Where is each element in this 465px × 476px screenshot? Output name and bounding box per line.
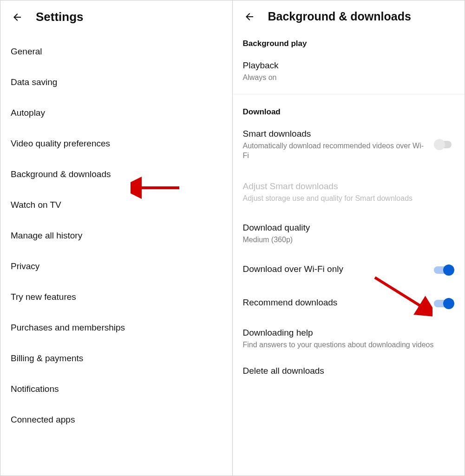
- arrow-left-icon: [12, 12, 23, 23]
- settings-panel: Settings General Data saving Autoplay Vi…: [0, 0, 233, 476]
- background-downloads-header: Background & downloads: [233, 0, 465, 29]
- delete-all-downloads-item[interactable]: Delete all downloads: [233, 358, 465, 386]
- back-button[interactable]: [12, 12, 23, 23]
- section-download: Download: [233, 97, 465, 121]
- help-title: Downloading help: [243, 328, 455, 338]
- smart-downloads-title: Smart downloads: [243, 129, 427, 139]
- downloading-help-item[interactable]: Downloading help Find answers to your qu…: [233, 320, 465, 358]
- smart-downloads-item[interactable]: Smart downloads Automatically download r…: [233, 121, 465, 169]
- settings-list: General Data saving Autoplay Video quali…: [0, 30, 232, 435]
- arrow-left-icon: [244, 11, 255, 22]
- playback-subtitle: Always on: [243, 73, 455, 83]
- smart-downloads-subtitle: Automatically download recommended video…: [243, 141, 427, 161]
- recommend-downloads-item[interactable]: Recommend downloads: [233, 287, 465, 320]
- back-button[interactable]: [244, 11, 255, 22]
- help-subtitle: Find answers to your questions about dow…: [243, 340, 455, 350]
- settings-item-autoplay[interactable]: Autoplay: [0, 98, 232, 128]
- smart-downloads-toggle[interactable]: [434, 138, 454, 151]
- settings-item-privacy[interactable]: Privacy: [0, 251, 232, 282]
- settings-item-background-downloads[interactable]: Background & downloads: [0, 159, 232, 190]
- settings-item-general[interactable]: General: [0, 36, 232, 67]
- settings-item-notifications[interactable]: Notifications: [0, 374, 232, 404]
- settings-header: Settings: [0, 0, 232, 30]
- playback-item[interactable]: Playback Always on: [233, 53, 465, 91]
- settings-item-data-saving[interactable]: Data saving: [0, 67, 232, 98]
- page-title: Background & downloads: [268, 10, 411, 23]
- page-title: Settings: [36, 10, 84, 24]
- settings-item-purchases[interactable]: Purchases and memberships: [0, 312, 232, 343]
- recommend-title: Recommend downloads: [243, 298, 427, 308]
- download-quality-subtitle: Medium (360p): [243, 235, 455, 245]
- recommend-downloads-toggle[interactable]: [434, 297, 454, 310]
- background-downloads-panel: Background & downloads Background play P…: [233, 0, 465, 476]
- section-background-play: Background play: [233, 29, 465, 53]
- adjust-smart-title: Adjust Smart downloads: [243, 181, 455, 192]
- settings-item-manage-history[interactable]: Manage all history: [0, 220, 232, 251]
- divider: [233, 94, 465, 94]
- wifi-only-title: Download over Wi-Fi only: [243, 264, 427, 274]
- settings-item-billing[interactable]: Billing & payments: [0, 343, 232, 374]
- delete-title: Delete all downloads: [243, 366, 455, 376]
- download-quality-title: Download quality: [243, 223, 455, 233]
- settings-item-try-new-features[interactable]: Try new features: [0, 282, 232, 312]
- wifi-only-toggle[interactable]: [434, 264, 454, 277]
- adjust-smart-downloads-item: Adjust Smart downloads Adjust storage us…: [233, 169, 465, 216]
- settings-item-video-quality[interactable]: Video quality preferences: [0, 128, 232, 159]
- download-quality-item[interactable]: Download quality Medium (360p): [233, 215, 465, 253]
- adjust-smart-subtitle: Adjust storage use and quality for Smart…: [243, 193, 455, 204]
- wifi-only-item[interactable]: Download over Wi-Fi only: [233, 253, 465, 287]
- settings-item-connected-apps[interactable]: Connected apps: [0, 404, 232, 435]
- playback-title: Playback: [243, 60, 455, 71]
- settings-item-watch-on-tv[interactable]: Watch on TV: [0, 190, 232, 220]
